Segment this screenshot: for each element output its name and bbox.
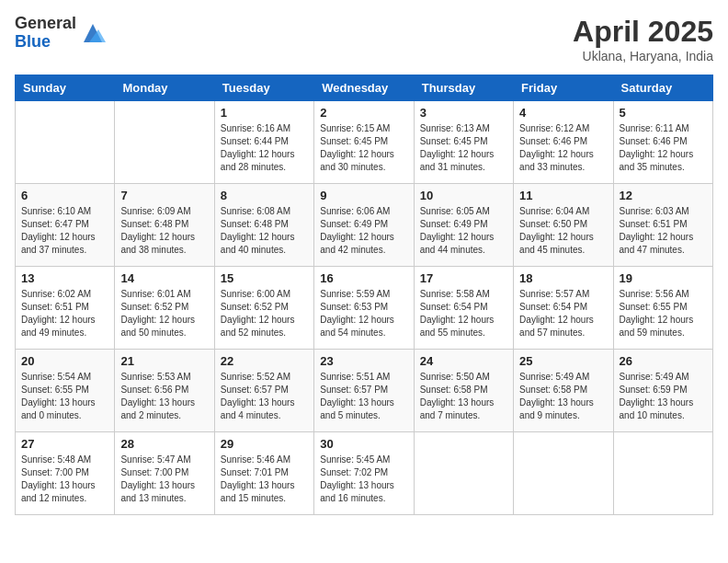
- day-info: Sunrise: 5:54 AM Sunset: 6:55 PM Dayligh…: [21, 371, 108, 422]
- calendar-cell: 9Sunrise: 6:06 AM Sunset: 6:49 PM Daylig…: [314, 184, 414, 267]
- week-row-5: 27Sunrise: 5:48 AM Sunset: 7:00 PM Dayli…: [16, 432, 713, 515]
- day-info: Sunrise: 5:45 AM Sunset: 7:02 PM Dayligh…: [320, 454, 407, 505]
- calendar-cell: 26Sunrise: 5:49 AM Sunset: 6:59 PM Dayli…: [613, 350, 712, 432]
- calendar-cell: 13Sunrise: 6:02 AM Sunset: 6:51 PM Dayli…: [16, 267, 115, 350]
- calendar-cell: 22Sunrise: 5:52 AM Sunset: 6:57 PM Dayli…: [214, 350, 313, 432]
- day-info: Sunrise: 6:13 AM Sunset: 6:45 PM Dayligh…: [420, 122, 507, 174]
- day-info: Sunrise: 5:59 AM Sunset: 6:53 PM Dayligh…: [320, 288, 407, 339]
- calendar-cell: 7Sunrise: 6:09 AM Sunset: 6:48 PM Daylig…: [115, 184, 214, 267]
- day-number: 9: [320, 189, 407, 202]
- week-row-4: 20Sunrise: 5:54 AM Sunset: 6:55 PM Dayli…: [16, 350, 713, 432]
- calendar-cell: 17Sunrise: 5:58 AM Sunset: 6:54 PM Dayli…: [414, 267, 513, 350]
- day-info: Sunrise: 6:11 AM Sunset: 6:46 PM Dayligh…: [620, 122, 707, 174]
- day-number: 13: [21, 271, 108, 285]
- day-info: Sunrise: 6:00 AM Sunset: 6:52 PM Dayligh…: [221, 288, 308, 339]
- day-number: 26: [620, 354, 707, 368]
- calendar-cell: 10Sunrise: 6:05 AM Sunset: 6:49 PM Dayli…: [414, 184, 513, 267]
- calendar-cell: 1Sunrise: 6:16 AM Sunset: 6:44 PM Daylig…: [214, 101, 313, 184]
- day-number: 14: [120, 271, 208, 285]
- calendar-cell: 12Sunrise: 6:03 AM Sunset: 6:51 PM Dayli…: [613, 184, 712, 267]
- calendar-cell: 15Sunrise: 6:00 AM Sunset: 6:52 PM Dayli…: [214, 267, 313, 350]
- location-subtitle: Uklana, Haryana, India: [573, 49, 713, 63]
- day-info: Sunrise: 6:06 AM Sunset: 6:49 PM Dayligh…: [320, 205, 407, 257]
- day-number: 15: [221, 271, 308, 285]
- day-number: 16: [320, 271, 407, 285]
- weekday-header-thursday: Thursday: [414, 75, 513, 101]
- day-number: 19: [620, 271, 707, 285]
- title-section: April 2025 Uklana, Haryana, India: [573, 15, 713, 63]
- calendar-cell: 24Sunrise: 5:50 AM Sunset: 6:58 PM Dayli…: [414, 350, 513, 432]
- day-number: 18: [519, 271, 607, 285]
- day-number: 17: [420, 271, 507, 285]
- day-number: 2: [320, 106, 407, 120]
- logo: General Blue: [15, 15, 106, 52]
- day-number: 5: [620, 106, 707, 120]
- day-number: 28: [120, 437, 208, 451]
- day-number: 27: [21, 437, 108, 451]
- logo-blue-text: Blue: [15, 33, 76, 52]
- calendar-cell: [414, 432, 513, 515]
- day-info: Sunrise: 5:57 AM Sunset: 6:54 PM Dayligh…: [519, 288, 607, 339]
- day-info: Sunrise: 6:08 AM Sunset: 6:48 PM Dayligh…: [221, 205, 308, 257]
- calendar-cell: 6Sunrise: 6:10 AM Sunset: 6:47 PM Daylig…: [16, 184, 115, 267]
- day-info: Sunrise: 6:02 AM Sunset: 6:51 PM Dayligh…: [21, 288, 108, 339]
- day-number: 10: [420, 189, 507, 202]
- calendar-cell: [514, 432, 613, 515]
- calendar-table: SundayMondayTuesdayWednesdayThursdayFrid…: [15, 75, 713, 515]
- day-number: 11: [519, 189, 607, 202]
- weekday-header-sunday: Sunday: [16, 75, 115, 101]
- calendar-cell: 8Sunrise: 6:08 AM Sunset: 6:48 PM Daylig…: [214, 184, 313, 267]
- day-number: 4: [519, 106, 607, 120]
- calendar-cell: 23Sunrise: 5:51 AM Sunset: 6:57 PM Dayli…: [314, 350, 414, 432]
- day-number: 12: [620, 189, 707, 202]
- day-info: Sunrise: 5:49 AM Sunset: 6:59 PM Dayligh…: [620, 371, 707, 422]
- day-info: Sunrise: 6:12 AM Sunset: 6:46 PM Dayligh…: [519, 122, 607, 174]
- day-info: Sunrise: 6:10 AM Sunset: 6:47 PM Dayligh…: [21, 205, 108, 257]
- calendar-cell: 30Sunrise: 5:45 AM Sunset: 7:02 PM Dayli…: [314, 432, 414, 515]
- day-number: 30: [320, 437, 407, 451]
- calendar-cell: 20Sunrise: 5:54 AM Sunset: 6:55 PM Dayli…: [16, 350, 115, 432]
- day-info: Sunrise: 5:53 AM Sunset: 6:56 PM Dayligh…: [120, 371, 208, 422]
- day-number: 8: [221, 189, 308, 202]
- calendar-cell: 28Sunrise: 5:47 AM Sunset: 7:00 PM Dayli…: [115, 432, 214, 515]
- day-number: 29: [221, 437, 308, 451]
- day-info: Sunrise: 5:46 AM Sunset: 7:01 PM Dayligh…: [221, 454, 308, 505]
- logo-icon: [80, 20, 106, 46]
- day-number: 24: [420, 354, 507, 368]
- day-info: Sunrise: 6:04 AM Sunset: 6:50 PM Dayligh…: [519, 205, 607, 257]
- day-info: Sunrise: 5:56 AM Sunset: 6:55 PM Dayligh…: [620, 288, 707, 339]
- calendar-cell: 27Sunrise: 5:48 AM Sunset: 7:00 PM Dayli…: [16, 432, 115, 515]
- calendar-cell: 25Sunrise: 5:49 AM Sunset: 6:58 PM Dayli…: [514, 350, 613, 432]
- day-info: Sunrise: 5:58 AM Sunset: 6:54 PM Dayligh…: [420, 288, 507, 339]
- calendar-cell: 5Sunrise: 6:11 AM Sunset: 6:46 PM Daylig…: [613, 101, 712, 184]
- weekday-header-friday: Friday: [514, 75, 613, 101]
- week-row-3: 13Sunrise: 6:02 AM Sunset: 6:51 PM Dayli…: [16, 267, 713, 350]
- day-number: 1: [221, 106, 308, 120]
- calendar-cell: 4Sunrise: 6:12 AM Sunset: 6:46 PM Daylig…: [514, 101, 613, 184]
- week-row-1: 1Sunrise: 6:16 AM Sunset: 6:44 PM Daylig…: [16, 101, 713, 184]
- day-number: 22: [221, 354, 308, 368]
- calendar-cell: [613, 432, 712, 515]
- day-number: 3: [420, 106, 507, 120]
- day-info: Sunrise: 6:16 AM Sunset: 6:44 PM Dayligh…: [221, 122, 308, 174]
- week-row-2: 6Sunrise: 6:10 AM Sunset: 6:47 PM Daylig…: [16, 184, 713, 267]
- day-info: Sunrise: 5:49 AM Sunset: 6:58 PM Dayligh…: [519, 371, 607, 422]
- calendar-cell: 29Sunrise: 5:46 AM Sunset: 7:01 PM Dayli…: [214, 432, 313, 515]
- page-header: General Blue April 2025 Uklana, Haryana,…: [15, 15, 713, 63]
- weekday-header-saturday: Saturday: [613, 75, 712, 101]
- day-info: Sunrise: 5:48 AM Sunset: 7:00 PM Dayligh…: [21, 454, 108, 505]
- day-info: Sunrise: 5:52 AM Sunset: 6:57 PM Dayligh…: [221, 371, 308, 422]
- day-number: 23: [320, 354, 407, 368]
- weekday-header-tuesday: Tuesday: [214, 75, 313, 101]
- day-info: Sunrise: 6:01 AM Sunset: 6:52 PM Dayligh…: [120, 288, 208, 339]
- day-number: 25: [519, 354, 607, 368]
- day-number: 7: [120, 189, 208, 202]
- calendar-cell: 14Sunrise: 6:01 AM Sunset: 6:52 PM Dayli…: [115, 267, 214, 350]
- calendar-cell: 11Sunrise: 6:04 AM Sunset: 6:50 PM Dayli…: [514, 184, 613, 267]
- day-number: 6: [21, 189, 108, 202]
- calendar-cell: 2Sunrise: 6:15 AM Sunset: 6:45 PM Daylig…: [314, 101, 414, 184]
- day-info: Sunrise: 6:03 AM Sunset: 6:51 PM Dayligh…: [620, 205, 707, 257]
- day-number: 20: [21, 354, 108, 368]
- weekday-header-row: SundayMondayTuesdayWednesdayThursdayFrid…: [16, 75, 713, 101]
- month-title: April 2025: [573, 15, 713, 49]
